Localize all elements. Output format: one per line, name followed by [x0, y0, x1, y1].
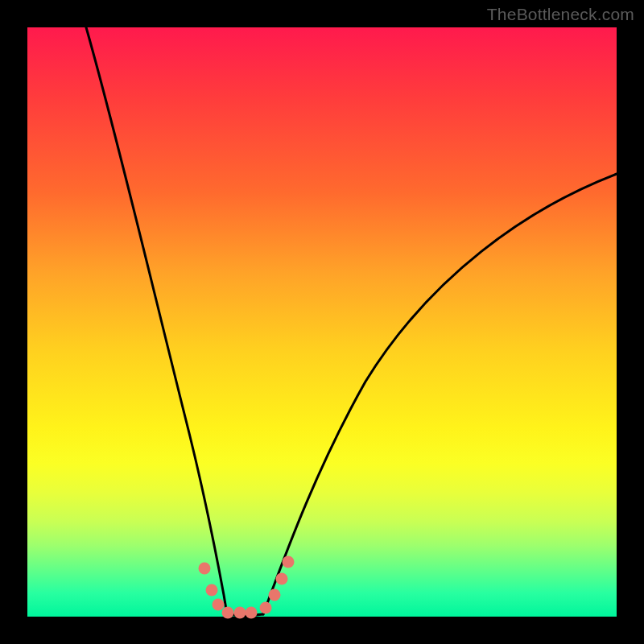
marker — [260, 602, 272, 614]
marker — [234, 607, 246, 619]
marker — [222, 607, 234, 619]
marker — [199, 563, 211, 575]
curve-left — [86, 27, 227, 614]
plot-area — [27, 27, 617, 617]
marker — [246, 607, 258, 619]
chart-stage: TheBottleneck.com — [0, 0, 644, 644]
marker — [269, 589, 281, 601]
bottleneck-curve — [27, 27, 617, 617]
marker-group — [199, 556, 295, 619]
watermark-text: TheBottleneck.com — [487, 5, 634, 24]
marker — [276, 573, 288, 585]
marker — [283, 556, 295, 568]
curve-right — [263, 174, 617, 614]
marker — [206, 584, 218, 597]
marker — [213, 599, 225, 611]
